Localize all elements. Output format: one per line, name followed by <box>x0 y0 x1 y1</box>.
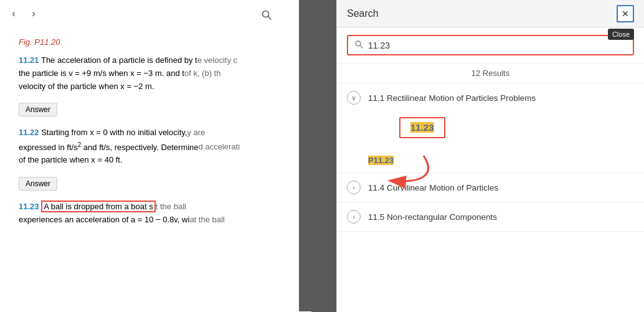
close-button-container: ✕ Close <box>617 5 634 22</box>
section-toggle-3[interactable]: › <box>347 210 361 224</box>
search-panel-title: Search <box>347 8 379 19</box>
result-item-box-wrapper: 11.23 <box>337 112 644 151</box>
result-item-box-text: 11.23 <box>410 122 434 133</box>
section-label-3: 11.5 Non-rectangular Components <box>368 212 497 222</box>
result-section-header-3[interactable]: › 11.5 Non-rectangular Components <box>337 202 644 231</box>
results-list: ∨ 11.1 Rectilinear Motion of Particles P… <box>337 83 644 312</box>
svg-line-1 <box>268 17 272 20</box>
fig-label: Fig. P11.20 <box>19 37 293 47</box>
results-count: 12 Results <box>337 64 644 83</box>
result-section-header-1[interactable]: ∨ 11.1 Rectilinear Motion of Particles P… <box>337 83 644 112</box>
search-input-wrapper <box>347 35 634 55</box>
answer-button-2[interactable]: Answer <box>19 177 57 191</box>
section-toggle-1[interactable]: ∨ <box>347 91 361 105</box>
svg-line-3 <box>360 45 362 48</box>
problem-11-21: 11.21 The acceleration of a particle is … <box>19 54 293 93</box>
problem-number-1122: 11.22 <box>19 128 39 137</box>
document-panel: ‹ › Fig. P11.20 11.21 The acceleration o… <box>0 0 336 312</box>
search-panel: Search ✕ Close 12 Results ∨ 11.1 Rectili… <box>336 0 644 312</box>
search-input-area <box>337 27 644 64</box>
result-item-box[interactable]: 11.23 <box>399 117 445 138</box>
result-text-prefix: P <box>368 156 374 165</box>
nav-back-arrow[interactable]: ‹ <box>6 6 21 21</box>
problem-1123-highlighted-text: A ball is dropped from a boat s <box>41 201 156 212</box>
problem-11-22: 11.22 Starting from x = 0 with no initia… <box>19 126 293 167</box>
problem-number-1123: 11.23 <box>19 202 39 211</box>
search-input[interactable] <box>368 40 627 50</box>
close-tooltip: Close <box>608 29 634 40</box>
result-text-highlight: 11.23 <box>374 156 394 165</box>
document-search-icon[interactable] <box>259 7 274 22</box>
section-toggle-2[interactable]: › <box>347 181 361 194</box>
problem-number-1121: 11.21 <box>19 55 39 65</box>
problem-11-23: 11.23 A ball is dropped from a boat st t… <box>19 201 293 227</box>
result-text-item[interactable]: P11.23 <box>337 151 644 173</box>
document-content: ‹ › Fig. P11.20 11.21 The acceleration o… <box>0 0 311 312</box>
search-header: Search ✕ Close <box>337 0 644 27</box>
document-navigation: ‹ › <box>6 6 41 21</box>
result-section-header-2[interactable]: › 11.4 Curvilinear Motion of Particles <box>337 173 644 202</box>
section-label-1: 11.1 Rectilinear Motion of Particles Pro… <box>368 93 536 103</box>
result-section-1: ∨ 11.1 Rectilinear Motion of Particles P… <box>337 83 644 173</box>
search-icon <box>354 40 363 50</box>
result-section-2: › 11.4 Curvilinear Motion of Particles <box>337 173 644 202</box>
result-section-3: › 11.5 Non-rectangular Components <box>337 202 644 232</box>
nav-forward-arrow[interactable]: › <box>26 6 41 21</box>
answer-button-1[interactable]: Answer <box>19 103 57 116</box>
close-button[interactable]: ✕ <box>617 5 634 22</box>
section-label-2: 11.4 Curvilinear Motion of Particles <box>368 183 498 192</box>
result-highlight-1123: 11.23 <box>410 122 434 133</box>
